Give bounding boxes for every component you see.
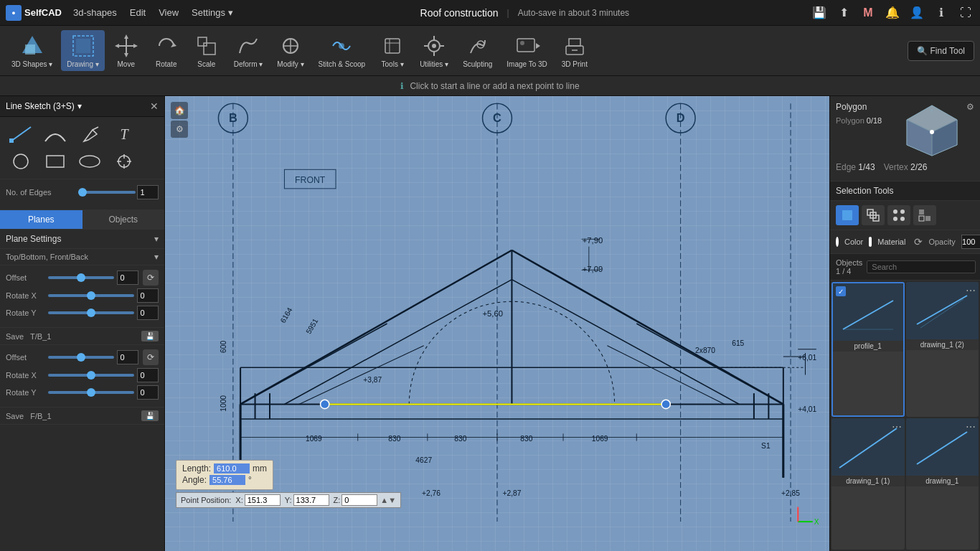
pos-z-field: Z: ▲▼	[334, 494, 397, 506]
toolbar-deform[interactable]: Deform ▾	[228, 30, 269, 71]
curve-tool-btn[interactable]	[39, 121, 72, 147]
tb-rotatex-slider[interactable]	[48, 294, 134, 297]
deform-label: Deform ▾	[234, 60, 263, 68]
rp-gear-button[interactable]: ⚙	[966, 102, 974, 112]
sculpting-label: Sculpting	[463, 60, 492, 68]
crosshair-tool-btn[interactable]	[108, 149, 141, 174]
obj-card-profile1[interactable]: ✓ profile_1	[831, 282, 905, 417]
fullscreen-icon[interactable]: ⛶	[957, 4, 974, 22]
m-icon[interactable]: M	[859, 4, 877, 22]
toolbar-scale[interactable]: Scale	[188, 30, 225, 71]
length-label: Length:	[182, 463, 211, 474]
length-input[interactable]	[214, 463, 250, 474]
user-icon[interactable]: 👤	[908, 4, 925, 22]
obj-card-drawing12[interactable]: ⋯ drawing_1 (2)	[906, 282, 979, 417]
circle-tool-btn[interactable]	[4, 149, 37, 174]
panel-close-button[interactable]: ✕	[150, 100, 159, 112]
app-name: SelfCAD	[24, 7, 62, 18]
position-label: Point Position:	[181, 496, 231, 504]
pos-y-input[interactable]	[293, 494, 329, 506]
toolbar-rotate[interactable]: Rotate	[148, 30, 185, 71]
edges-slider[interactable]	[78, 191, 136, 194]
svg-rect-3	[76, 39, 90, 53]
toolbar-stitch-scoop[interactable]: Stitch & Scoop	[313, 30, 372, 71]
menu-view[interactable]: View	[153, 4, 184, 21]
fb-offset-label: Offset	[6, 353, 45, 362]
svg-text:+2,76: +2,76	[422, 489, 440, 497]
fb-offset-value[interactable]	[117, 350, 138, 364]
pos-z-input[interactable]	[341, 494, 377, 506]
fb-offset-mode[interactable]: ⟳	[143, 349, 159, 365]
select-wireframe-btn[interactable]	[862, 205, 885, 225]
tb-rotatex-value[interactable]	[137, 288, 159, 303]
color-swatch[interactable]	[836, 237, 839, 247]
info-icon[interactable]: ℹ	[933, 4, 950, 22]
bell-icon[interactable]: 🔔	[884, 4, 901, 22]
color-label: Color	[844, 237, 863, 246]
svg-rect-122	[842, 210, 852, 220]
obj-dots-drawing1[interactable]: ⋯	[966, 421, 976, 433]
toolbar-tools[interactable]: Tools ▾	[374, 30, 411, 71]
text-tool-btn[interactable]: T	[108, 121, 141, 147]
svg-text:+4,01: +4,01	[798, 405, 816, 413]
tab-objects[interactable]: Objects	[83, 210, 165, 229]
toolbar-drawing[interactable]: Drawing ▾	[61, 30, 104, 71]
toolbar-move[interactable]: Move	[108, 30, 145, 71]
panel-dropdown-arrow: ▾	[77, 101, 82, 111]
tb-offset-slider[interactable]	[48, 276, 114, 279]
select-solid-btn[interactable]	[836, 205, 859, 225]
toolbar-modify[interactable]: Modify ▾	[271, 30, 309, 71]
svg-point-127	[900, 209, 905, 214]
tab-planes[interactable]: Planes	[0, 210, 83, 229]
obj-dots-drawing11[interactable]: ⋯	[892, 421, 902, 433]
fb-rotatex-value[interactable]	[137, 368, 159, 382]
fb-rotatey-slider[interactable]	[48, 391, 134, 394]
svg-rect-25	[517, 39, 534, 52]
tb-save-button[interactable]: 💾	[141, 331, 159, 342]
find-tool-button[interactable]: 🔍 Find Tool	[908, 41, 974, 61]
obj-card-drawing11[interactable]: ⋯ drawing_1 (1)	[831, 418, 905, 550]
line-tool-btn[interactable]	[4, 121, 37, 147]
menu-file[interactable]: 3d-shapes	[67, 4, 123, 21]
angle-input[interactable]	[209, 475, 245, 485]
svg-text:+6,01: +6,01	[798, 354, 816, 362]
menu-edit[interactable]: Edit	[124, 4, 151, 21]
toolbar-sculpting[interactable]: Sculpting	[457, 30, 498, 71]
fb-save-button[interactable]: 💾	[141, 410, 159, 421]
3d-shapes-label: 3D Shapes ▾	[11, 60, 52, 68]
toolbar-3d-shapes[interactable]: 3D Shapes ▾	[6, 30, 58, 71]
tb-offset-value[interactable]	[117, 270, 138, 285]
select-multi-btn[interactable]	[913, 205, 936, 225]
save-icon[interactable]: 💾	[811, 4, 828, 22]
opacity-input[interactable]	[961, 235, 980, 249]
plane-settings-dropdown[interactable]: Plane Settings ▾	[0, 230, 164, 249]
fb-rotatex-slider[interactable]	[48, 374, 134, 377]
pen-tool-btn[interactable]	[73, 121, 106, 147]
toolbar-3d-print[interactable]: 3D Print	[556, 30, 593, 71]
tb-rotatey-value[interactable]	[137, 306, 159, 320]
share-icon[interactable]: ⬆	[835, 4, 852, 22]
fb-offset-slider[interactable]	[48, 356, 114, 359]
tb-rotatey-slider[interactable]	[48, 311, 134, 314]
svg-text:S1: S1	[761, 442, 771, 450]
material-swatch[interactable]	[869, 237, 872, 247]
fb-rotatey-value[interactable]	[137, 385, 159, 400]
app-logo[interactable]: ● SelfCAD	[6, 5, 62, 21]
tb-offset-mode[interactable]: ⟳	[143, 270, 159, 286]
toolbar-utilities[interactable]: Utilities ▾	[414, 30, 454, 71]
menu-settings[interactable]: Settings ▾	[186, 4, 239, 21]
toolbar-image-to-3d[interactable]: Image To 3D	[501, 30, 553, 71]
pos-x-label: X:	[235, 496, 242, 504]
rect-tool-btn[interactable]	[39, 149, 72, 174]
viewport[interactable]: 🏠 ⚙ B C D FRONT	[165, 96, 829, 551]
svg-marker-7	[133, 44, 138, 48]
obj-card-drawing1[interactable]: ⋯ drawing_1	[906, 418, 979, 550]
select-vertex-btn[interactable]	[887, 205, 910, 225]
obj-dots-drawing12[interactable]: ⋯	[966, 285, 976, 296]
edges-value[interactable]	[137, 185, 159, 199]
ellipse-tool-btn[interactable]	[73, 149, 106, 174]
pos-x-input[interactable]	[245, 494, 281, 506]
plane-direction-label: Top/Bottom, Front/Back	[6, 253, 88, 261]
svg-text:+3,87: +3,87	[363, 376, 382, 384]
objects-search-input[interactable]	[867, 260, 976, 273]
